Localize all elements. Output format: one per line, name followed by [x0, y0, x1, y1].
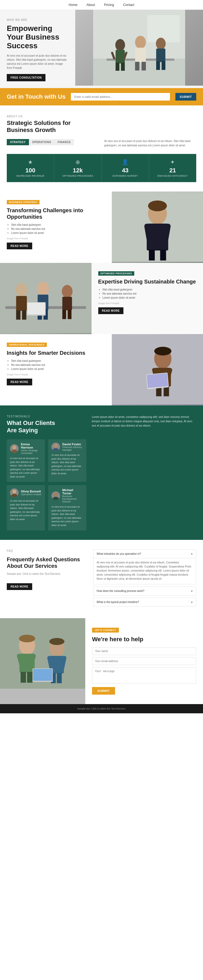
read-more-button[interactable]: READ MORE — [7, 243, 32, 249]
testimonial-text: At vero eos et accusam et justo duo dolo… — [10, 457, 42, 479]
globe-icon: ⊕ — [57, 159, 98, 165]
feature-strategy-content: BUSINESS STRATEGY Transforming Challenge… — [0, 192, 112, 263]
feature-processes-title: Expertise Driving Sustainable Change — [98, 278, 197, 285]
stat-processes-number: 12k — [57, 167, 98, 174]
svg-point-54 — [11, 450, 17, 453]
hero-label: WHO WE ARE — [7, 18, 68, 22]
contact-submit-button[interactable]: SUBMIT — [92, 687, 115, 695]
avatar-michael — [51, 492, 60, 500]
testimonial-person: Emma Harrison Senior Strategy Consultant — [10, 442, 42, 455]
svg-rect-30 — [16, 296, 27, 311]
hero-content: WHO WE ARE Empowering Your Business Succ… — [0, 10, 75, 88]
svg-point-52 — [154, 347, 171, 356]
about-right: At vero eos et accusam et justo duo dolo… — [104, 139, 196, 148]
feature-credit: Image from Freepik — [98, 302, 197, 305]
contact-message-input[interactable] — [92, 667, 196, 684]
stat-processes: ⊕ 12k Optimized Processes — [54, 154, 102, 182]
faq-question-2[interactable]: How does the consulting process work? ∨ — [94, 587, 196, 595]
testimonial-text: At vero eos et accusam et justo duo dolo… — [51, 505, 83, 527]
faq-item-1: What industries do you specialize in? ∧ … — [93, 549, 196, 584]
faq-left: FAQ Frequently Asked Questions About Our… — [7, 549, 86, 609]
contact-name-input[interactable] — [92, 647, 196, 655]
about-layout: STRATEGY OPERATIONS FINANCE At vero eos … — [7, 139, 196, 148]
efficiency-badge: OPERATIONAL EFFICIENCY — [7, 342, 47, 347]
faq-section: FAQ Frequently Asked Questions About Our… — [0, 540, 203, 618]
faq-question-3[interactable]: What is the typical project timeline? ∨ — [94, 598, 196, 606]
nav-pricing[interactable]: Pricing — [104, 3, 114, 7]
stat-revenue-label: Increased Revenue — [10, 175, 51, 177]
feature-efficiency: OPERATIONAL EFFICIENCY Insights for Smar… — [0, 334, 203, 406]
stat-market-number: 43 — [105, 167, 146, 174]
testimonial-text: At vero eos et accusam et justo duo dolo… — [51, 453, 83, 476]
list-item: No sea takimata sanctus est — [11, 228, 105, 231]
testimonial-role: Business Development Director — [62, 495, 83, 503]
faq-read-more-button[interactable]: READ MORE — [7, 583, 32, 590]
testimonial-person: Olivia Bennett Operations Analyst — [10, 488, 42, 497]
navigation: Home About Pricing Contact — [0, 0, 203, 10]
chevron-up-icon: ∧ — [191, 552, 193, 555]
testimonial-card-emma: Emma Harrison Senior Strategy Consultant… — [7, 439, 45, 482]
stat-revenue: ★ 100 Increased Revenue — [7, 154, 54, 182]
svg-point-59 — [54, 493, 58, 496]
consultation-button[interactable]: FREE CONSULTATION — [7, 74, 46, 81]
about-title: Strategic Solutions for Business Growth — [7, 119, 82, 134]
nav-about[interactable]: About — [86, 3, 95, 7]
stat-efficiency: ✦ 21 Enhanced Efficiency — [149, 154, 196, 182]
hero-section: WHO WE ARE Empowering Your Business Succ… — [0, 10, 203, 88]
svg-point-12 — [156, 38, 166, 49]
about-body: At vero eos et accusam et justo duo dolo… — [104, 139, 196, 148]
faq-label: FAQ — [7, 549, 86, 552]
read-more-button[interactable]: READ MORE — [7, 379, 32, 385]
testimonials-label: TESTIMONIALS — [7, 415, 86, 418]
list-item: No sea takimata sanctus est — [103, 292, 197, 295]
email-input[interactable] — [71, 93, 170, 100]
feature-efficiency-list: Stet clita kasd gubergren No sea takimat… — [7, 360, 105, 371]
faq-question-text: How does the consulting process work? — [97, 589, 144, 592]
svg-point-29 — [16, 283, 28, 297]
svg-rect-39 — [62, 310, 66, 319]
nav-contact[interactable]: Contact — [123, 3, 134, 7]
footer: Sample text. Click to select the Text El… — [0, 704, 203, 713]
chevron-down-icon: ∨ — [191, 601, 193, 603]
svg-rect-67 — [27, 672, 32, 683]
about-section: ABOUT US Strategic Solutions for Busines… — [0, 105, 203, 192]
read-more-button[interactable]: READ MORE — [98, 307, 124, 314]
tab-strategy[interactable]: STRATEGY — [7, 139, 29, 145]
hero-body: At vero eos et accusam et justo duo dolo… — [7, 54, 68, 70]
contact-section: LET'S CONNECT We're here to help SUBMIT — [0, 618, 203, 704]
stat-efficiency-label: Enhanced Efficiency — [152, 175, 193, 177]
stat-processes-label: Optimized Processes — [57, 175, 98, 177]
testimonial-person: Daniel Foster Financial Advisory Manager — [51, 442, 83, 451]
svg-rect-42 — [27, 303, 45, 315]
faq-item-2: How does the consulting process work? ∨ — [93, 587, 196, 595]
faq-question-text: What industries do you specialize in? — [97, 552, 141, 555]
testimonial-person: Michael Turner Business Development Dire… — [51, 488, 83, 503]
faq-question-1[interactable]: What industries do you specialize in? ∧ — [94, 550, 196, 558]
feature-credit: Image from Freepik — [7, 373, 105, 376]
testimonials-intro: Lorem ipsum dolor sit amet, consetetur s… — [92, 415, 196, 428]
list-item: Lorem ipsum dolor sit amet — [103, 296, 197, 299]
avatar-olivia — [10, 488, 19, 497]
list-item: Lorem ipsum dolor sit amet — [11, 368, 105, 371]
stat-market-label: Expanded Market — [105, 175, 146, 177]
tab-operations[interactable]: OPERATIONS — [29, 139, 54, 145]
footer-text: Sample text. Click to select the Text El… — [3, 707, 200, 710]
svg-point-8 — [135, 36, 146, 49]
email-submit-button[interactable]: SUBMIT — [175, 93, 196, 100]
svg-rect-6 — [116, 63, 119, 71]
svg-point-4 — [115, 39, 125, 51]
feature-processes-content: OPTIMIZED PROCESSES Expertise Driving Su… — [92, 263, 203, 334]
svg-point-55 — [54, 444, 58, 448]
svg-point-75 — [49, 638, 64, 645]
faq-item-3: What is the typical project timeline? ∨ — [93, 598, 196, 606]
contact-email-input[interactable] — [92, 657, 196, 665]
about-left: STRATEGY OPERATIONS FINANCE — [7, 139, 99, 148]
svg-rect-13 — [156, 49, 165, 62]
svg-point-68 — [19, 635, 35, 642]
email-bar: Get in Touch with Us SUBMIT — [0, 88, 203, 105]
testimonials-left: TESTIMONIALS What Our Clients Are Saying… — [7, 415, 86, 530]
feature-processes-list: Stet clita kasd gubergren No sea takimat… — [98, 288, 197, 299]
nav-home[interactable]: Home — [69, 3, 78, 7]
faq-subtitle: Sample text. Click to select the Text El… — [7, 573, 86, 575]
tab-finance[interactable]: FINANCE — [54, 139, 74, 145]
